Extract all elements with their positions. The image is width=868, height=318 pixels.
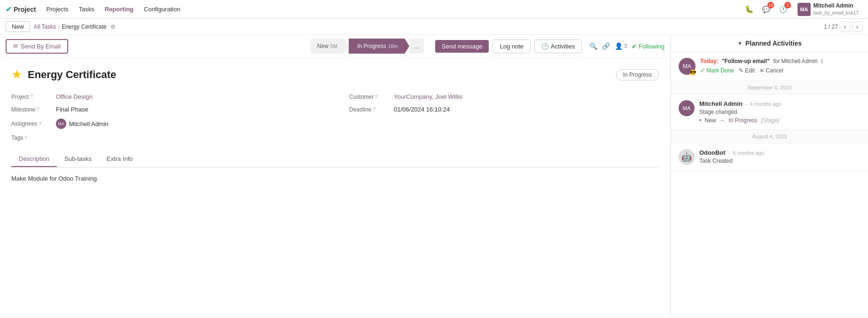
nav-logo[interactable]: ✔ Project bbox=[6, 5, 36, 14]
activity-actions: ✓ Mark Done ✎ Edit ✕ Cancel bbox=[700, 67, 860, 74]
log-content-odoobot: OdooBot - 5 months ago Task Created bbox=[699, 149, 860, 165]
breadcrumb-current: Energy Certificate bbox=[62, 24, 106, 30]
left-panel: ✉ Send By Email New 5M In Progress 18m .… bbox=[0, 35, 671, 315]
nav-item-projects[interactable]: Projects bbox=[41, 4, 73, 15]
milestone-value: Final Phase bbox=[56, 106, 88, 113]
next-page-button[interactable]: › bbox=[852, 22, 862, 32]
following-button[interactable]: ✔ Following bbox=[632, 43, 665, 50]
tab-extrainfo[interactable]: Extra Info bbox=[99, 151, 141, 167]
breadcrumb-all-tasks[interactable]: All Tasks bbox=[34, 24, 56, 30]
followers-icon[interactable]: 👤 3 bbox=[615, 42, 627, 50]
mark-done-button[interactable]: ✓ Mark Done bbox=[700, 67, 734, 74]
tags-help-icon[interactable]: ? bbox=[24, 135, 27, 141]
activity-badge: 2 bbox=[784, 2, 791, 8]
info-icon[interactable]: ℹ bbox=[821, 58, 823, 64]
chat-badge: 13 bbox=[767, 2, 774, 8]
log-header-odoobot: OdooBot - 5 months ago bbox=[699, 149, 860, 156]
tab-subtasks[interactable]: Sub-tasks bbox=[57, 151, 99, 167]
planned-activities-header[interactable]: ▼ Planned Activities bbox=[671, 35, 868, 52]
odoobot-avatar: 🤖 bbox=[679, 149, 695, 165]
user-name: Mitchell Admin bbox=[813, 2, 859, 10]
activity-for: for Mitchell Admin bbox=[773, 58, 818, 64]
tab-bar: Description Sub-tasks Extra Info bbox=[11, 151, 659, 167]
log-time-odoobot: - bbox=[728, 150, 730, 156]
bug-icon[interactable]: 🐛 bbox=[743, 3, 756, 16]
milestone-field: Milestone ? Final Phase bbox=[11, 103, 321, 116]
customer-help-icon[interactable]: ? bbox=[375, 94, 378, 99]
project-label: Project ? bbox=[11, 94, 56, 100]
customer-value[interactable]: YourCompany, Joel Willis bbox=[394, 93, 462, 100]
nav-item-tasks[interactable]: Tasks bbox=[74, 4, 99, 15]
search-icon[interactable]: 🔍 bbox=[589, 42, 597, 50]
breadcrumb: All Tasks › Energy Certificate ⚙ bbox=[34, 24, 820, 30]
user-sub: task_by_email_knk17 bbox=[813, 10, 859, 16]
status-badge[interactable]: In Progress bbox=[616, 69, 659, 80]
prev-page-button[interactable]: ‹ bbox=[840, 22, 850, 32]
right-panel: ▼ Planned Activities MA 😎 Today: "Follow… bbox=[671, 35, 868, 315]
tab-content: Make Module for Odoo Training bbox=[11, 167, 659, 190]
avatar: MA bbox=[798, 3, 811, 16]
activity-title-row: Today: "Follow-up email" for Mitchell Ad… bbox=[700, 58, 860, 64]
log-change-mitchell: • New → In Progress (Stage) bbox=[699, 117, 860, 124]
log-entry-odoobot: 🤖 OdooBot - 5 months ago Task Created bbox=[671, 143, 868, 171]
assignees-field: Assignees ? MA Mitchell Admin bbox=[11, 116, 321, 132]
send-message-button[interactable]: Send message bbox=[435, 40, 489, 53]
user-menu[interactable]: MA Mitchell Admin task_by_email_knk17 bbox=[794, 0, 862, 18]
form-title-row: ★ Energy Certificate In Progress bbox=[11, 67, 659, 82]
milestone-label: Milestone ? bbox=[11, 106, 56, 113]
project-value[interactable]: Office Design bbox=[56, 93, 93, 100]
stage-new[interactable]: New 5M bbox=[311, 39, 344, 54]
main-content: ✉ Send By Email New 5M In Progress 18m .… bbox=[0, 35, 868, 315]
date-divider-aug: August 4, 2023 bbox=[671, 130, 868, 143]
form-title: Energy Certificate bbox=[28, 69, 116, 81]
right-icons-group: 🔍 🔗 👤 3 ✔ Following bbox=[589, 42, 665, 50]
assignee-avatar: MA bbox=[56, 119, 66, 129]
activities-button[interactable]: 🕐 Activities bbox=[534, 40, 582, 53]
nav-item-reporting[interactable]: Reporting bbox=[100, 4, 138, 15]
stage-arrow-1 bbox=[344, 39, 349, 54]
pagination: 1 / 27 ‹ › bbox=[824, 22, 862, 32]
gear-icon[interactable]: ⚙ bbox=[110, 24, 116, 30]
log-stage: (Stage) bbox=[761, 117, 779, 124]
new-button[interactable]: New bbox=[6, 21, 30, 32]
edit-button[interactable]: ✎ Edit bbox=[739, 67, 755, 74]
send-by-email-button[interactable]: ✉ Send By Email bbox=[6, 39, 68, 54]
link-icon[interactable]: 🔗 bbox=[602, 42, 610, 50]
deadline-label: Deadline ? bbox=[349, 106, 394, 113]
form-fields: Project ? Office Design Milestone ? Fina… bbox=[11, 90, 659, 144]
log-note-button[interactable]: Log note bbox=[493, 40, 531, 53]
tab-description[interactable]: Description bbox=[11, 151, 57, 167]
star-icon[interactable]: ★ bbox=[11, 67, 22, 82]
description-text: Make Module for Odoo Training bbox=[11, 175, 659, 182]
clock-icon: 🕐 bbox=[541, 43, 549, 50]
activity-name: "Follow-up email" bbox=[722, 58, 770, 64]
breadcrumb-separator: › bbox=[58, 24, 60, 30]
action-bar: ✉ Send By Email New 5M In Progress 18m .… bbox=[0, 35, 670, 58]
assignees-help-icon[interactable]: ? bbox=[39, 121, 41, 127]
deadline-field: Deadline ? 01/06/2024 16:10:24 bbox=[349, 103, 659, 116]
customer-field: Customer ? YourCompany, Joel Willis bbox=[349, 90, 659, 103]
customer-label: Customer ? bbox=[349, 94, 394, 100]
log-from: New bbox=[705, 117, 716, 124]
milestone-help-icon[interactable]: ? bbox=[37, 107, 39, 112]
right-action-buttons: Send message Log note 🕐 Activities bbox=[435, 40, 582, 53]
mitchell-avatar: MA bbox=[679, 100, 695, 116]
activity-icon[interactable]: 🕐 2 bbox=[777, 3, 790, 16]
activity-avatar: MA 😎 bbox=[679, 58, 696, 75]
assignees-label: Assignees ? bbox=[11, 120, 56, 127]
nav-menu: Projects Tasks Reporting Configuration bbox=[41, 4, 743, 15]
log-ago-mitchell: 4 months ago bbox=[750, 101, 782, 107]
activity-emoji: 😎 bbox=[689, 69, 696, 76]
tags-field: Tags ? bbox=[11, 132, 321, 144]
tags-label: Tags ? bbox=[11, 135, 56, 141]
nav-item-configuration[interactable]: Configuration bbox=[139, 4, 185, 15]
log-to: In Progress bbox=[728, 117, 757, 124]
stage-inprogress[interactable]: In Progress 18m bbox=[349, 39, 405, 54]
cancel-button[interactable]: ✕ Cancel bbox=[759, 67, 783, 74]
check-icon: ✔ bbox=[632, 43, 637, 50]
nav-right-icons: 🐛 💬 13 🕐 2 MA Mitchell Admin task_by_ema… bbox=[743, 0, 862, 18]
deadline-help-icon[interactable]: ? bbox=[373, 107, 375, 112]
stage-more-button[interactable]: ... bbox=[409, 39, 424, 54]
project-help-icon[interactable]: ? bbox=[30, 94, 33, 99]
chat-icon[interactable]: 💬 13 bbox=[760, 3, 773, 16]
